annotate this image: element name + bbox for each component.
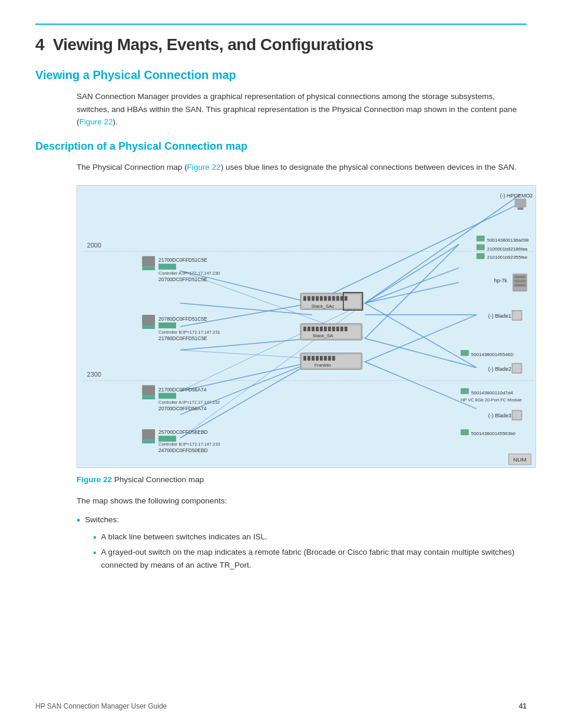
svg-rect-28 bbox=[142, 267, 155, 271]
svg-rect-30 bbox=[158, 264, 176, 270]
svg-text:Franklin: Franklin bbox=[315, 363, 331, 368]
svg-rect-94 bbox=[477, 236, 485, 242]
svg-rect-83 bbox=[308, 356, 310, 361]
svg-rect-103 bbox=[514, 280, 526, 283]
svg-text:25700DC0FFD56EBD: 25700DC0FFD56EBD bbox=[158, 430, 208, 436]
svg-rect-53 bbox=[303, 297, 306, 301]
svg-rect-118 bbox=[513, 411, 521, 420]
svg-rect-77 bbox=[340, 327, 343, 331]
svg-rect-73 bbox=[324, 327, 327, 331]
svg-rect-107 bbox=[513, 311, 521, 319]
section1-body: SAN Connection Manager provides a graphi… bbox=[77, 90, 527, 129]
svg-text:HP VC 8Gb 20-Port FC Module: HP VC 8Gb 20-Port FC Module bbox=[461, 398, 522, 403]
svg-rect-71 bbox=[316, 327, 319, 331]
svg-text:500143800110d7d4: 500143800110d7d4 bbox=[471, 390, 513, 396]
svg-rect-92 bbox=[515, 199, 527, 207]
svg-rect-87 bbox=[324, 356, 327, 361]
section1-heading: Viewing a Physical Connection map bbox=[35, 68, 527, 82]
svg-rect-55 bbox=[312, 297, 315, 301]
svg-rect-62 bbox=[340, 297, 343, 301]
svg-rect-102 bbox=[514, 276, 526, 279]
svg-rect-56 bbox=[316, 297, 319, 301]
list-item-switches-label: Switches: bbox=[85, 513, 119, 526]
svg-rect-70 bbox=[312, 327, 315, 331]
list-item-switches: • Switches: bbox=[77, 513, 527, 528]
following-text: The map shows the following components: bbox=[77, 495, 527, 508]
svg-rect-34 bbox=[142, 325, 155, 329]
svg-rect-82 bbox=[303, 356, 306, 361]
svg-text:(-) Blade2: (-) Blade2 bbox=[488, 366, 511, 372]
svg-text:2300: 2300 bbox=[87, 371, 101, 378]
svg-rect-88 bbox=[328, 356, 331, 361]
section2-body-end: ) uses blue lines to designate the physi… bbox=[221, 163, 517, 172]
svg-text:hp-7k: hp-7k bbox=[494, 278, 508, 284]
footer-left: HP SAN Connection Manager User Guide bbox=[35, 702, 167, 710]
section2-body-start: The Physical Connection map ( bbox=[77, 163, 187, 172]
svg-text:(-) Blade3: (-) Blade3 bbox=[488, 413, 511, 419]
svg-text:500143800145563b0: 500143800145563b0 bbox=[471, 431, 516, 437]
svg-rect-98 bbox=[477, 253, 485, 259]
chapter-title: 4 Viewing Maps, Events, and Configuratio… bbox=[35, 35, 527, 54]
svg-text:21780DC0FFD51C5E: 21780DC0FFD51C5E bbox=[158, 335, 207, 341]
svg-text:21700DC0FFD51C5E: 21700DC0FFD51C5E bbox=[158, 258, 207, 263]
sub-list-item-1: • A black line between switches indicate… bbox=[93, 531, 527, 545]
svg-rect-113 bbox=[461, 388, 469, 394]
svg-text:500143800145546D: 500143800145546D bbox=[471, 352, 514, 357]
svg-rect-93 bbox=[518, 207, 524, 210]
svg-rect-69 bbox=[308, 327, 310, 331]
figure-caption-text: Physical Connection map bbox=[114, 475, 204, 484]
svg-rect-119 bbox=[461, 430, 469, 436]
svg-rect-58 bbox=[324, 297, 327, 301]
svg-rect-54 bbox=[308, 297, 310, 301]
svg-rect-42 bbox=[158, 393, 176, 399]
figure22-link-1[interactable]: Figure 22 bbox=[80, 117, 113, 126]
bullet-icon-1: • bbox=[77, 513, 80, 528]
sub-bullet-icon-2: • bbox=[93, 546, 97, 560]
svg-rect-63 bbox=[345, 297, 348, 301]
svg-rect-74 bbox=[328, 327, 331, 331]
svg-text:NUM: NUM bbox=[513, 456, 527, 463]
svg-text:20780DC0FFD51C5E: 20780DC0FFD51C5E bbox=[158, 316, 207, 322]
svg-text:Stack_SA: Stack_SA bbox=[312, 333, 333, 338]
svg-rect-72 bbox=[320, 327, 323, 331]
svg-text:2101001b92355fee: 2101001b92355fee bbox=[487, 255, 528, 261]
figure22-link-2[interactable]: Figure 22 bbox=[187, 163, 221, 172]
svg-rect-48 bbox=[158, 436, 176, 442]
svg-text:Controller A:IP=172.17.147.232: Controller A:IP=172.17.147.232 bbox=[158, 400, 220, 406]
svg-text:(-) Blade1: (-) Blade1 bbox=[488, 313, 511, 319]
svg-rect-68 bbox=[303, 327, 306, 331]
svg-rect-60 bbox=[332, 297, 335, 301]
switches-sublist: • A black line between switches indicate… bbox=[93, 531, 527, 571]
svg-rect-81 bbox=[302, 355, 361, 368]
svg-rect-40 bbox=[142, 396, 155, 400]
svg-text:Controller B:IP=172.17.147.233: Controller B:IP=172.17.147.233 bbox=[158, 442, 220, 447]
svg-text:2000: 2000 bbox=[87, 242, 101, 249]
svg-text:Controller A:IP=172.17.147.230: Controller A:IP=172.17.147.230 bbox=[158, 271, 220, 276]
section2-heading: Description of a Physical Connection map bbox=[35, 140, 527, 153]
sub-list-item-2: • A grayed-out switch on the map indicat… bbox=[93, 546, 527, 571]
svg-rect-86 bbox=[320, 356, 323, 361]
svg-rect-59 bbox=[328, 297, 331, 301]
svg-text:24700DC0FFD50EBD: 24700DC0FFD50EBD bbox=[158, 447, 208, 453]
section2-body: The Physical Connection map (Figure 22) … bbox=[77, 161, 527, 174]
svg-rect-27 bbox=[142, 256, 155, 267]
svg-rect-61 bbox=[336, 297, 339, 301]
figure-caption: Figure 22 Physical Connection map bbox=[77, 475, 527, 484]
svg-rect-84 bbox=[312, 356, 315, 361]
svg-rect-33 bbox=[142, 315, 155, 325]
svg-text:20700DC0FFD51C5E: 20700DC0FFD51C5E bbox=[158, 277, 207, 283]
svg-rect-76 bbox=[336, 327, 339, 331]
svg-rect-57 bbox=[320, 297, 323, 301]
footer-page-number: 41 bbox=[519, 702, 527, 710]
svg-text:Stack_SAc: Stack_SAc bbox=[311, 304, 334, 309]
svg-text:20700DC0FFD56A74: 20700DC0FFD56A74 bbox=[158, 406, 207, 412]
svg-text:(-) HPDEMO2: (-) HPDEMO2 bbox=[500, 193, 533, 199]
page-footer: HP SAN Connection Manager User Guide 41 bbox=[0, 702, 562, 710]
sub-bullet-icon-1: • bbox=[93, 531, 97, 545]
svg-rect-78 bbox=[345, 327, 348, 331]
svg-text:500143800136a098: 500143800136a098 bbox=[487, 238, 529, 243]
svg-text:Controller B:IP=172.17.147.231: Controller B:IP=172.17.147.231 bbox=[158, 330, 220, 335]
svg-rect-46 bbox=[142, 440, 155, 444]
svg-rect-45 bbox=[142, 430, 155, 440]
figure-label: Figure 22 bbox=[77, 475, 112, 484]
